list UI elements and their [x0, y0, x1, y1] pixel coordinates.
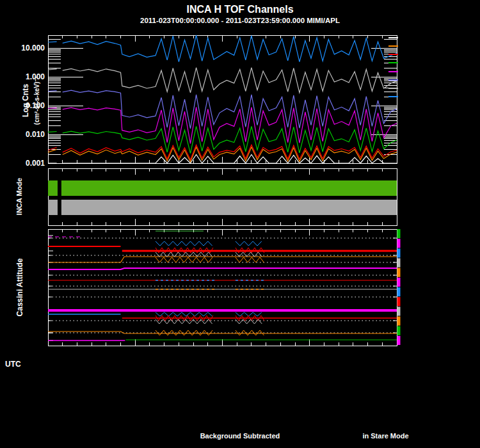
attitude-right-swatch	[397, 248, 401, 257]
attitude-zigzag	[236, 330, 264, 335]
neutral-mode-bar	[61, 200, 397, 215]
attitude-zigzag	[156, 257, 212, 262]
y-axis-units-label: (cm²-sr-s-keV)⁻¹	[33, 76, 40, 125]
series-55-90-keV	[48, 132, 57, 132]
attitude-right-swatch	[397, 278, 401, 287]
time-range-subtitle: 2011-023T00:00:00.000 - 2011-023T23:59:0…	[0, 17, 480, 24]
neutral-mode-bar	[48, 200, 58, 215]
series-5-13-keV	[63, 35, 397, 62]
plot-canvas	[0, 0, 480, 448]
stare-mode-note: in Stare Mode	[346, 432, 426, 440]
y-tick-label: 1.000	[3, 72, 45, 81]
attitude-zigzag	[156, 312, 212, 316]
series-55-90-keV	[63, 126, 397, 153]
series-13-24-keV	[63, 68, 397, 93]
y-axis-label: Log Cnts	[21, 84, 30, 117]
attitude-right-swatch	[397, 268, 401, 277]
ion-mode-bar	[61, 180, 397, 196]
ion-mode-bar	[48, 180, 58, 196]
series-227-360-keV	[63, 155, 397, 164]
attitude-trace-y-to-saturn	[48, 257, 397, 262]
attitude-right-swatch	[397, 287, 401, 296]
y-tick-label: 0.100	[3, 101, 45, 110]
utc-axis-label: UTC	[5, 360, 21, 369]
attitude-right-swatch	[397, 259, 401, 268]
attitude-right-swatch	[397, 229, 401, 238]
series-24-35-keV	[48, 91, 57, 92]
attitude-right-swatch	[397, 317, 401, 326]
attitude-right-swatch	[397, 326, 401, 335]
attitude-right-swatch	[397, 239, 401, 248]
series-5-13-keV	[48, 42, 57, 42]
series-13-24-keV	[48, 69, 57, 70]
plot-page: INCA H TOF Channels 2011-023T00:00:00.00…	[0, 0, 480, 448]
series-24-35-keV	[63, 90, 397, 129]
mode-panel-frame	[48, 168, 397, 225]
y-tick-label: 0.001	[3, 159, 45, 168]
attitude-zigzag	[236, 252, 262, 257]
attitude-panel-label: Cassini Attitude	[15, 259, 24, 317]
attitude-zigzag	[236, 319, 262, 324]
page-title: INCA H TOF Channels	[0, 4, 480, 15]
y-tick-label: 10.000	[3, 44, 45, 52]
attitude-right-swatch	[397, 336, 401, 345]
attitude-trace-z-to-saturn	[48, 268, 397, 269]
attitude-right-swatch	[397, 307, 401, 316]
series-35-55-keV	[63, 107, 397, 143]
mode-panel-label: INCA Mode	[15, 178, 23, 215]
series-149-227-keV	[63, 147, 397, 162]
attitude-zigzag	[236, 257, 264, 262]
attitude-zigzag	[236, 241, 262, 246]
attitude-zigzag	[156, 241, 212, 246]
y-tick-label: 0.010	[3, 130, 45, 139]
attitude-right-swatch	[397, 297, 401, 306]
background-subtracted-note: Background Subtracted	[173, 432, 307, 440]
